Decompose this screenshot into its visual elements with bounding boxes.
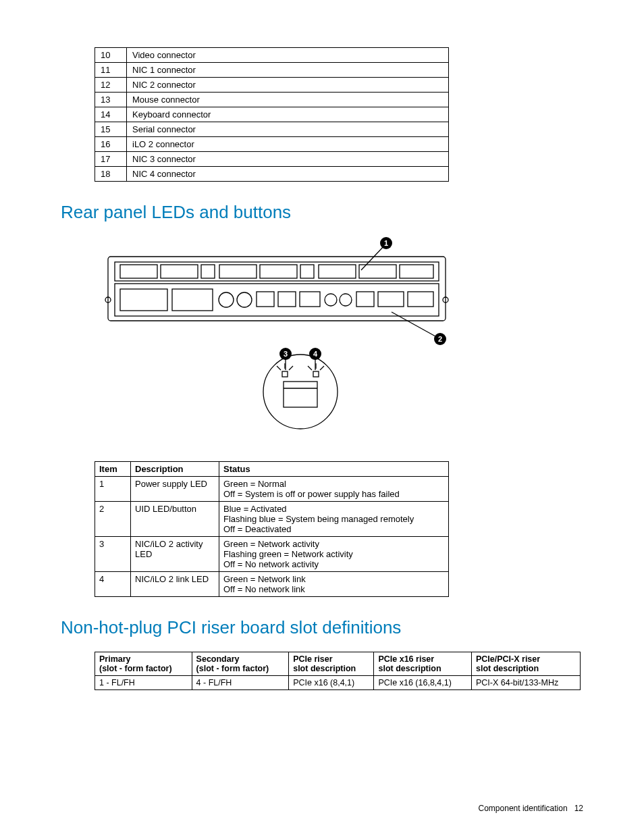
led-status: Blue = ActivatedFlashing blue = System b… bbox=[219, 502, 449, 537]
led-desc: NIC/iLO 2 activity LED bbox=[131, 537, 219, 572]
svg-point-14 bbox=[219, 292, 234, 307]
led-item: 1 bbox=[95, 477, 131, 502]
led-status: Green = NormalOff = System is off or pow… bbox=[219, 477, 449, 502]
led-item: 4 bbox=[95, 572, 131, 597]
connector-num: 14 bbox=[95, 107, 127, 122]
table-row: 17NIC 3 connector bbox=[95, 152, 449, 167]
led-item: 2 bbox=[95, 502, 131, 537]
led-th-status: Status bbox=[219, 462, 449, 477]
connector-num: 13 bbox=[95, 93, 127, 107]
led-desc: Power supply LED bbox=[131, 477, 219, 502]
connector-desc: NIC 2 connector bbox=[127, 78, 449, 93]
table-row: 18NIC 4 connector bbox=[95, 167, 449, 182]
callout-4: 4 bbox=[313, 350, 318, 358]
svg-rect-31 bbox=[282, 371, 288, 377]
pci-pcie: PCIe x16 (8,4,1) bbox=[289, 676, 374, 690]
table-row: 12NIC 2 connector bbox=[95, 78, 449, 93]
svg-rect-12 bbox=[120, 289, 167, 311]
callout-3: 3 bbox=[284, 350, 288, 358]
table-row: 13Mouse connector bbox=[95, 93, 449, 107]
connectors-table: 10Video connector11NIC 1 connector12NIC … bbox=[95, 47, 449, 182]
connector-num: 18 bbox=[95, 167, 127, 182]
svg-rect-9 bbox=[319, 265, 356, 278]
svg-point-19 bbox=[325, 294, 337, 306]
led-status: Green = Network activityFlashing green =… bbox=[219, 537, 449, 572]
led-desc: NIC/iLO 2 link LED bbox=[131, 572, 219, 597]
connector-desc: Video connector bbox=[127, 48, 449, 63]
table-row: 16iLO 2 connector bbox=[95, 137, 449, 152]
svg-rect-23 bbox=[408, 292, 433, 307]
heading-pci-riser: Non-hot-plug PCI riser board slot defini… bbox=[61, 617, 583, 638]
connector-desc: Mouse connector bbox=[127, 93, 449, 107]
pci-th-pcie16: PCIe x16 riserslot description bbox=[374, 652, 472, 676]
led-th-item: Item bbox=[95, 462, 131, 477]
svg-rect-18 bbox=[300, 292, 320, 307]
led-item: 3 bbox=[95, 537, 131, 572]
rear-panel-figure: 1 2 3 4 bbox=[95, 236, 583, 448]
svg-point-15 bbox=[237, 292, 252, 307]
table-row: 4NIC/iLO 2 link LEDGreen = Network linkO… bbox=[95, 572, 449, 597]
pci-secondary: 4 - FL/FH bbox=[192, 676, 289, 690]
svg-line-38 bbox=[320, 366, 324, 370]
callout-1: 1 bbox=[384, 239, 388, 247]
connector-desc: iLO 2 connector bbox=[127, 137, 449, 152]
svg-rect-2 bbox=[115, 284, 439, 316]
pci-th-pcie: PCIe riserslot description bbox=[289, 652, 374, 676]
led-table: Item Description Status 1Power supply LE… bbox=[95, 461, 449, 597]
pci-th-primary: Primary(slot - form factor) bbox=[95, 652, 192, 676]
svg-line-33 bbox=[277, 366, 281, 370]
pci-pcipcix: PCI-X 64-bit/133-MHz bbox=[471, 676, 580, 690]
pci-table: Primary(slot - form factor) Secondary(sl… bbox=[95, 652, 581, 690]
pci-pcie16: PCIe x16 (16,8,4,1) bbox=[374, 676, 472, 690]
table-row: 1Power supply LEDGreen = NormalOff = Sys… bbox=[95, 477, 449, 502]
connector-desc: NIC 3 connector bbox=[127, 152, 449, 167]
table-row: 11NIC 1 connector bbox=[95, 63, 449, 78]
svg-rect-17 bbox=[278, 292, 296, 307]
svg-rect-5 bbox=[201, 265, 215, 278]
svg-line-35 bbox=[289, 366, 293, 370]
svg-line-36 bbox=[308, 366, 312, 370]
svg-rect-6 bbox=[219, 265, 257, 278]
svg-point-20 bbox=[340, 294, 352, 306]
svg-rect-22 bbox=[378, 292, 404, 307]
connector-num: 11 bbox=[95, 63, 127, 78]
table-row: 15Serial connector bbox=[95, 122, 449, 137]
callout-2: 2 bbox=[438, 335, 442, 343]
svg-rect-21 bbox=[356, 292, 374, 307]
heading-rear-panel: Rear panel LEDs and buttons bbox=[61, 202, 583, 223]
table-row: 2UID LED/buttonBlue = ActivatedFlashing … bbox=[95, 502, 449, 537]
table-row: 3NIC/iLO 2 activity LEDGreen = Network a… bbox=[95, 537, 449, 572]
connector-desc: Serial connector bbox=[127, 122, 449, 137]
svg-rect-16 bbox=[257, 292, 274, 307]
led-desc: UID LED/button bbox=[131, 502, 219, 537]
table-row: 1 - FL/FH4 - FL/FHPCIe x16 (8,4,1)PCIe x… bbox=[95, 676, 581, 690]
connector-num: 15 bbox=[95, 122, 127, 137]
pci-primary: 1 - FL/FH bbox=[95, 676, 192, 690]
connector-desc: Keyboard connector bbox=[127, 107, 449, 122]
svg-rect-11 bbox=[400, 265, 433, 278]
table-row: 10Video connector bbox=[95, 48, 449, 63]
svg-line-26 bbox=[361, 245, 385, 270]
table-row: 14Keyboard connector bbox=[95, 107, 449, 122]
svg-rect-13 bbox=[172, 289, 213, 311]
connector-num: 10 bbox=[95, 48, 127, 63]
svg-rect-29 bbox=[284, 382, 317, 407]
svg-rect-8 bbox=[300, 265, 314, 278]
svg-rect-4 bbox=[161, 265, 198, 278]
connector-desc: NIC 1 connector bbox=[127, 63, 449, 78]
connector-desc: NIC 4 connector bbox=[127, 167, 449, 182]
led-th-desc: Description bbox=[131, 462, 219, 477]
pci-th-pcipcix: PCIe/PCI-X riserslot description bbox=[471, 652, 580, 676]
led-status: Green = Network linkOff = No network lin… bbox=[219, 572, 449, 597]
connector-num: 17 bbox=[95, 152, 127, 167]
connector-num: 16 bbox=[95, 137, 127, 152]
svg-point-28 bbox=[263, 355, 338, 429]
svg-rect-3 bbox=[120, 265, 157, 278]
connector-num: 12 bbox=[95, 78, 127, 93]
pci-th-secondary: Secondary(slot - form factor) bbox=[192, 652, 289, 676]
svg-rect-32 bbox=[313, 371, 319, 377]
svg-rect-7 bbox=[260, 265, 297, 278]
